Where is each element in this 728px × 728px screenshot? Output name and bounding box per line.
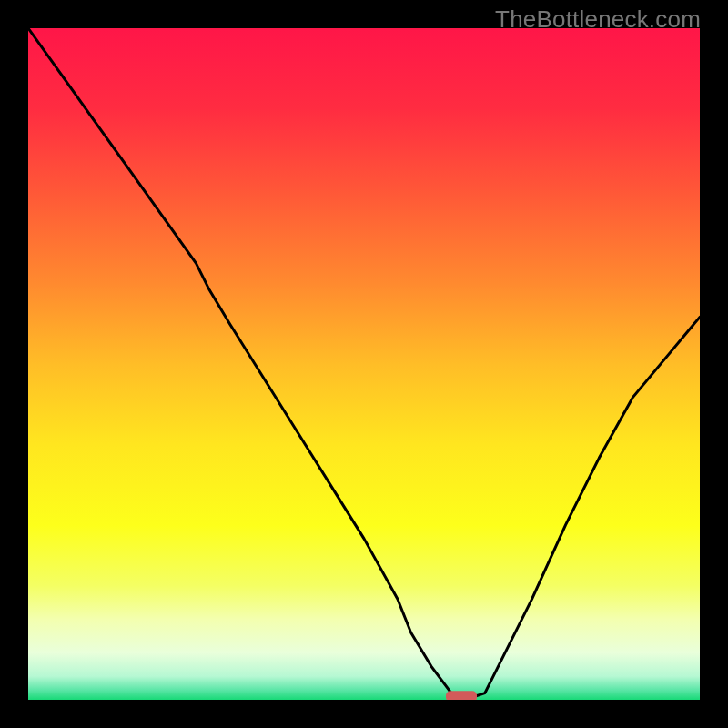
watermark-text: TheBottleneck.com (495, 5, 701, 34)
chart-plot-area (28, 28, 700, 700)
chart-frame: TheBottleneck.com (0, 0, 728, 728)
optimum-marker (446, 691, 477, 700)
gradient-background (28, 28, 700, 700)
bottleneck-chart (28, 28, 700, 700)
